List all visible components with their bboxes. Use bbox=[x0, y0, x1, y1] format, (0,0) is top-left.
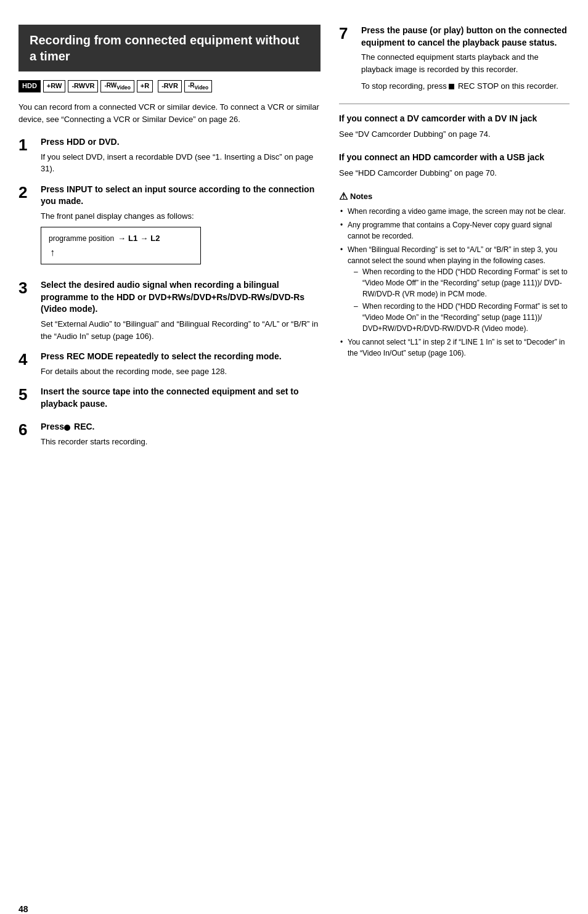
step-1-content: Press HDD or DVD. If you select DVD, ins… bbox=[41, 136, 321, 175]
format-badges: HDD +RW -RWVR -RWVideo +R -RVR -RVideo bbox=[18, 80, 321, 92]
notes-title: ⚠ Notes bbox=[339, 190, 570, 202]
step-7-body1: The connected equipment starts playback … bbox=[361, 51, 570, 92]
step-7-body2: To stop recording, press REC STOP on thi… bbox=[361, 80, 570, 92]
programme-diagram: programme position → L1 → L2 bbox=[41, 227, 201, 264]
diagram-text: programme position → L1 → L2 bbox=[49, 232, 193, 245]
diagram-step2: L2 bbox=[150, 232, 160, 245]
subsection-hdd-title: If you connect an HDD camcorder with a U… bbox=[339, 152, 570, 164]
step-2-title: Press INPUT to select an input source ac… bbox=[41, 184, 321, 208]
step-4-title: Press REC MODE repeatedly to select the … bbox=[41, 351, 321, 363]
subsection-hdd: If you connect an HDD camcorder with a U… bbox=[339, 152, 570, 179]
step-7-content: Press the pause (or play) button on the … bbox=[361, 25, 570, 92]
badge-minus-rvideo: -RVideo bbox=[184, 80, 212, 92]
right-column: 7 Press the pause (or play) button on th… bbox=[339, 25, 570, 456]
subsection-dv: If you connect a DV camcorder with a DV … bbox=[339, 113, 570, 141]
step-2-body: The front panel display changes as follo… bbox=[41, 210, 321, 271]
diagram-pointer: ↑ bbox=[49, 247, 193, 259]
note-subitem-2: When recording to the HDD (“HDD Recordin… bbox=[354, 301, 570, 334]
badge-minus-rwvideo: -RWVideo bbox=[100, 80, 134, 92]
step-2: 2 Press INPUT to select an input source … bbox=[18, 184, 321, 271]
step-6-body: This recorder starts recording. bbox=[41, 436, 321, 448]
step-1-body: If you select DVD, insert a recordable D… bbox=[41, 151, 321, 175]
step-4: 4 Press REC MODE repeatedly to select th… bbox=[18, 351, 321, 377]
badge-plus-r: +R bbox=[137, 80, 153, 92]
step-7: 7 Press the pause (or play) button on th… bbox=[339, 25, 570, 92]
notes-section: ⚠ Notes When recording a video game imag… bbox=[339, 190, 570, 359]
page-number: 48 bbox=[18, 904, 28, 914]
note-item-2: Any programme that contains a Copy-Never… bbox=[339, 219, 570, 242]
notes-icon: ⚠ bbox=[339, 190, 348, 202]
badge-minus-rvr: -RVR bbox=[158, 80, 182, 92]
step-1-number: 1 bbox=[18, 136, 41, 154]
step-4-body: For details about the recording mode, se… bbox=[41, 365, 321, 378]
step-4-content: Press REC MODE repeatedly to select the … bbox=[41, 351, 321, 377]
step-7-title: Press the pause (or play) button on the … bbox=[361, 25, 570, 49]
step-6: 6 Press REC. This recorder starts record… bbox=[18, 421, 321, 447]
note-item-4: You cannot select “L1” in step 2 if “LIN… bbox=[339, 337, 570, 359]
diagram-arrow2: → bbox=[140, 232, 148, 245]
subsection-dv-title: If you connect a DV camcorder with a DV … bbox=[339, 113, 570, 125]
step-3: 3 Select the desired audio signal when r… bbox=[18, 279, 321, 342]
step-6-title: Press REC. bbox=[41, 421, 321, 433]
step-1-title: Press HDD or DVD. bbox=[41, 136, 321, 149]
step-7-number: 7 bbox=[339, 25, 361, 43]
diagram-label: programme position bbox=[49, 233, 114, 244]
notes-list: When recording a video game image, the s… bbox=[339, 206, 570, 359]
left-column: Recording from connected equipment witho… bbox=[18, 25, 321, 456]
subsection-hdd-body: See “HDD Camcorder Dubbing” on page 70. bbox=[339, 167, 570, 179]
step-6-press: Press bbox=[41, 422, 64, 431]
step-5: 5 Insert the source tape into the connec… bbox=[18, 386, 321, 412]
subsection-dv-body: See “DV Camcorder Dubbing” on page 74. bbox=[339, 128, 570, 141]
divider-1 bbox=[339, 104, 570, 104]
notes-sublist: When recording to the HDD (“HDD Recordin… bbox=[354, 266, 570, 334]
step-4-number: 4 bbox=[18, 351, 41, 369]
step-6-rec: REC. bbox=[71, 422, 94, 431]
step-5-number: 5 bbox=[18, 386, 41, 404]
page-title: Recording from connected equipment witho… bbox=[30, 32, 309, 64]
badge-plus-rw: +RW bbox=[43, 80, 66, 92]
step-6-number: 6 bbox=[18, 421, 41, 439]
title-box: Recording from connected equipment witho… bbox=[18, 25, 321, 71]
diagram-arrow1: → bbox=[118, 232, 126, 245]
step-3-body: Set “External Audio” to “Bilingual” and … bbox=[41, 318, 321, 342]
rec-stop-icon bbox=[449, 84, 454, 89]
note-item-1: When recording a video game image, the s… bbox=[339, 206, 570, 217]
step-5-title: Insert the source tape into the connecte… bbox=[41, 386, 321, 410]
intro-text: You can record from a connected VCR or s… bbox=[18, 101, 321, 125]
step-2-number: 2 bbox=[18, 184, 41, 202]
badge-minus-rwvr: -RWVR bbox=[68, 80, 98, 92]
note-subitem-1: When recording to the HDD (“HDD Recordin… bbox=[354, 266, 570, 300]
note-item-3: When “Bilingual Recording” is set to “A/… bbox=[339, 244, 570, 334]
badge-hdd: HDD bbox=[18, 80, 41, 92]
step-1: 1 Press HDD or DVD. If you select DVD, i… bbox=[18, 136, 321, 175]
step-2-content: Press INPUT to select an input source ac… bbox=[41, 184, 321, 271]
step-3-number: 3 bbox=[18, 279, 41, 297]
step-3-content: Select the desired audio signal when rec… bbox=[41, 279, 321, 342]
diagram-arrows: → L1 → L2 bbox=[118, 232, 160, 245]
diagram-step1: L1 bbox=[128, 232, 137, 245]
step-5-content: Insert the source tape into the connecte… bbox=[41, 386, 321, 412]
step-6-content: Press REC. This recorder starts recordin… bbox=[41, 421, 321, 447]
step-3-title: Select the desired audio signal when rec… bbox=[41, 279, 321, 316]
rec-bullet-icon bbox=[64, 425, 70, 431]
